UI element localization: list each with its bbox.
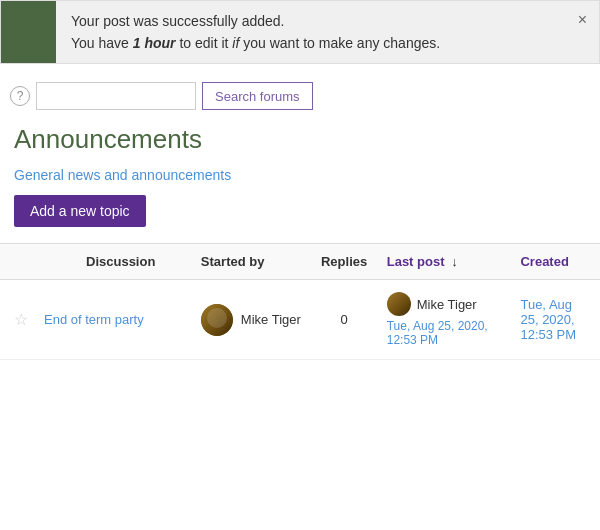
star-cell[interactable]: ☆ [0,280,36,360]
search-input[interactable] [36,82,196,110]
replies-cell: 0 [309,280,378,360]
help-icon[interactable]: ? [10,86,30,106]
last-post-user: Mike Tiger [387,292,505,316]
last-post-avatar [387,292,411,316]
add-topic-button[interactable]: Add a new topic [14,195,146,227]
last-post-cell: Mike Tiger Tue, Aug 25, 2020, 12:53 PM [379,280,513,360]
forum-table: Discussion Started by Replies Last post … [0,243,600,360]
created-cell: Tue, Aug 25, 2020, 12:53 PM [512,280,600,360]
table-header-row: Discussion Started by Replies Last post … [0,244,600,280]
col-header-replies: Replies [309,244,378,280]
col-header-created: Created [512,244,600,280]
started-by-cell: Mike Tiger [193,280,310,360]
notification-close-button[interactable]: × [578,11,587,29]
sort-arrow-icon[interactable]: ↓ [451,254,458,269]
started-by-name: Mike Tiger [241,312,301,327]
last-post-name: Mike Tiger [417,297,477,312]
last-post-date: Tue, Aug 25, 2020, 12:53 PM [387,319,505,347]
notification-message-2: You have 1 hour to edit it if you want t… [71,35,559,51]
col-header-started-by: Started by [193,244,310,280]
notification-message-1: Your post was successfully added. [71,13,559,29]
star-icon[interactable]: ☆ [14,311,28,328]
search-button[interactable]: Search forums [202,82,313,110]
col-header-last-post: Last post ↓ [379,244,513,280]
topic-link[interactable]: End of term party [44,312,144,327]
notification-accent-bar [1,1,56,63]
avatar-image [201,304,233,336]
col-header-star [0,244,36,280]
avatar [201,304,233,336]
search-area: ? Search forums [0,74,600,118]
table-row: ☆ End of term party Mike Tiger 0 Mik [0,280,600,360]
topic-cell: End of term party [36,280,193,360]
started-by-user: Mike Tiger [201,304,302,336]
notification-bar: × Your post was successfully added. You … [0,0,600,64]
col-header-discussion: Discussion [36,244,193,280]
page-title: Announcements [0,118,600,159]
page-subtitle: General news and announcements [0,159,600,195]
